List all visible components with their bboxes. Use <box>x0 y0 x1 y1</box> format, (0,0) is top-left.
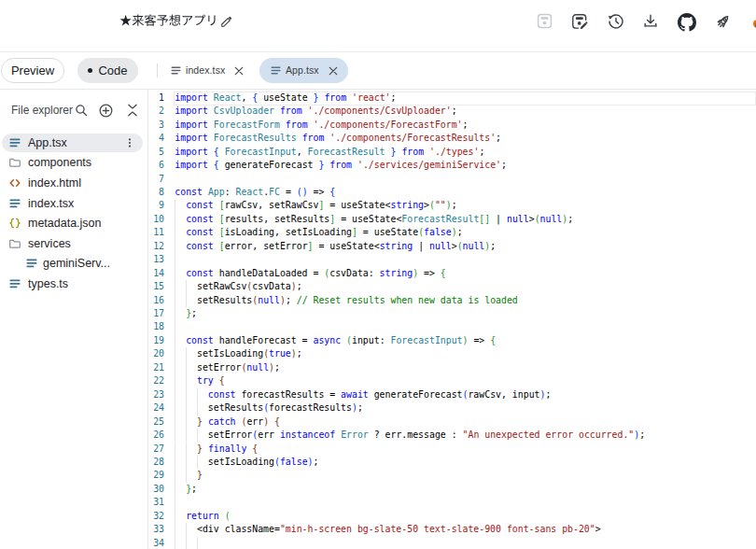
line-number[interactable]: 4 <box>149 132 164 145</box>
code-line-9[interactable]: const [rawCsv, setRawCsv] = useState<str… <box>175 199 756 212</box>
tab-App.tsx[interactable]: App.tsx <box>259 58 348 83</box>
line-number[interactable]: 8 <box>149 186 164 199</box>
line-number[interactable]: 16 <box>149 294 164 307</box>
code-line-4[interactable]: import ForecastResults from './component… <box>175 132 756 145</box>
token: string <box>390 200 424 210</box>
code-line-17[interactable]: }; <box>175 307 756 320</box>
code-line-13[interactable] <box>175 253 756 266</box>
line-number[interactable]: 11 <box>149 226 164 239</box>
line-number[interactable]: 12 <box>149 240 164 253</box>
code-line-3[interactable]: import ForecastForm from './components/F… <box>175 119 756 132</box>
file-row-metadata.json[interactable]: metadata.json <box>2 214 143 232</box>
line-number[interactable]: 21 <box>149 361 164 374</box>
code-line-10[interactable]: const [results, setResults] = useState<F… <box>175 213 756 226</box>
add-file-icon[interactable] <box>99 104 113 118</box>
code-line-15[interactable]: setRawCsv(csvData); <box>175 280 756 293</box>
search-icon[interactable] <box>74 104 88 118</box>
code-line-7[interactable] <box>175 173 756 186</box>
code-line-25[interactable]: } catch (err) { <box>175 415 756 429</box>
code-line-23[interactable]: const forecastResults = await generateFo… <box>175 388 756 401</box>
line-number[interactable]: 23 <box>149 388 164 401</box>
code-line-31[interactable] <box>175 496 756 509</box>
line-number[interactable]: 9 <box>149 199 164 212</box>
code-line-33[interactable]: <div className="min-h-screen bg-slate-50… <box>175 523 756 536</box>
line-number[interactable]: 13 <box>149 253 164 266</box>
code-line-18[interactable] <box>175 320 756 333</box>
line-number[interactable]: 29 <box>149 469 164 482</box>
line-number[interactable]: 14 <box>149 267 164 280</box>
line-number[interactable]: 18 <box>149 320 164 333</box>
line-number[interactable]: 27 <box>149 443 164 456</box>
line-number[interactable]: 28 <box>149 456 164 469</box>
code-line-34[interactable] <box>175 537 756 549</box>
token: const <box>186 214 214 224</box>
tab-index.tsx[interactable]: index.tsx <box>166 58 255 83</box>
line-number[interactable]: 31 <box>149 496 164 509</box>
download-icon[interactable] <box>641 13 660 32</box>
code-editor[interactable]: 1234567891011121314151617181920212223242… <box>149 90 756 549</box>
save-as-icon[interactable] <box>570 13 589 32</box>
code-line-22[interactable]: try { <box>175 374 756 387</box>
code-line-11[interactable]: const [isLoading, setIsLoading] = useSta… <box>175 226 756 239</box>
token: './components/ForecastResults' <box>329 133 496 143</box>
code-line-19[interactable]: const handleForecast = async (input: For… <box>175 334 756 347</box>
save-icon[interactable] <box>535 13 553 32</box>
code-line-1[interactable]: import React, { useState } from 'react'; <box>175 92 756 105</box>
line-number[interactable]: 5 <box>149 146 164 159</box>
history-icon[interactable] <box>607 13 625 32</box>
preview-toggle-button[interactable]: Preview <box>1 58 64 83</box>
code-line-29[interactable]: } <box>175 469 756 482</box>
code-line-20[interactable]: setIsLoading(true); <box>175 347 756 360</box>
code-line-6[interactable]: import { generateForecast } from './serv… <box>175 159 756 172</box>
line-number[interactable]: 19 <box>149 334 164 347</box>
github-icon[interactable] <box>677 13 696 32</box>
file-row-geminiServ...[interactable]: geminiServ... <box>2 254 143 273</box>
line-number[interactable]: 34 <box>149 537 164 549</box>
code-line-26[interactable]: setError(err instanceof Error ? err.mess… <box>175 429 756 442</box>
file-row-index.html[interactable]: index.html <box>2 174 143 192</box>
code-toggle-button[interactable]: Code <box>77 58 138 83</box>
file-menu-kebab-icon[interactable] <box>124 137 135 148</box>
line-number[interactable]: 22 <box>149 374 164 387</box>
code-line-27[interactable]: } finally { <box>175 443 756 456</box>
file-row-App.tsx[interactable]: App.tsx <box>2 134 143 152</box>
indent-guide <box>186 280 187 293</box>
close-tab-icon[interactable] <box>328 64 339 76</box>
file-row-components[interactable]: components <box>2 153 143 172</box>
code-line-2[interactable]: import CsvUploader from './components/Cs… <box>175 105 756 118</box>
code-line-8[interactable]: const App: React.FC = () => { <box>175 186 756 199</box>
code-line-30[interactable]: }; <box>175 483 756 496</box>
line-number[interactable]: 25 <box>149 415 164 429</box>
file-row-index.tsx[interactable]: index.tsx <box>2 194 143 213</box>
file-row-services[interactable]: services <box>2 234 143 253</box>
code-line-32[interactable]: return ( <box>175 510 756 523</box>
line-number[interactable]: 2 <box>149 105 164 118</box>
indent-guide <box>175 320 175 333</box>
code-line-14[interactable]: const handleDataLoaded = (csvData: strin… <box>175 267 756 280</box>
line-number[interactable]: 33 <box>149 523 164 536</box>
line-number[interactable]: 3 <box>149 119 164 132</box>
line-number[interactable]: 10 <box>149 213 164 226</box>
line-number[interactable]: 32 <box>149 510 164 523</box>
code-line-24[interactable]: setResults(forecastResults); <box>175 401 756 415</box>
line-number[interactable]: 1 <box>149 92 164 105</box>
edit-title-pencil-icon[interactable] <box>220 15 234 29</box>
code-line-16[interactable]: setResults(null); // Reset results when … <box>175 294 756 307</box>
deploy-rocket-icon[interactable] <box>713 13 732 32</box>
line-number[interactable]: 6 <box>149 159 164 172</box>
line-number[interactable]: 26 <box>149 429 164 442</box>
line-number[interactable]: 20 <box>149 347 164 360</box>
code-line-5[interactable]: import { ForecastInput, ForecastResult }… <box>175 146 756 159</box>
token: { <box>441 268 446 278</box>
line-number[interactable]: 24 <box>149 401 164 415</box>
line-number[interactable]: 30 <box>149 483 164 496</box>
line-number[interactable]: 15 <box>149 280 164 293</box>
collapse-all-icon[interactable] <box>125 104 139 118</box>
close-tab-icon[interactable] <box>233 64 245 76</box>
code-line-12[interactable]: const [error, setError] = useState<strin… <box>175 240 756 253</box>
code-line-21[interactable]: setError(null); <box>175 361 756 374</box>
code-line-28[interactable]: setIsLoading(false); <box>175 456 756 469</box>
file-row-types.ts[interactable]: types.ts <box>2 274 143 293</box>
line-number[interactable]: 17 <box>149 307 164 320</box>
line-number[interactable]: 7 <box>149 173 164 186</box>
